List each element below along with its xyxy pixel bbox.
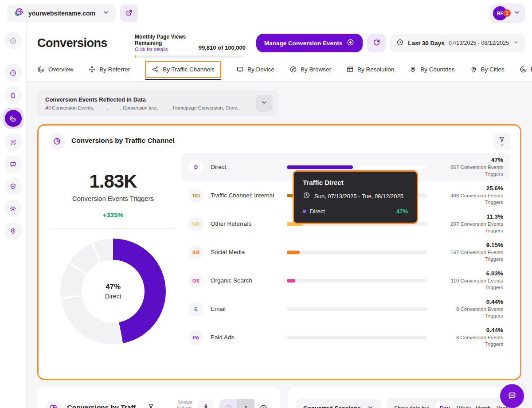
channel-badge: OR bbox=[188, 216, 203, 231]
channel-bar bbox=[287, 251, 427, 254]
period-day[interactable]: Day bbox=[435, 401, 454, 408]
prev-page-button[interactable] bbox=[219, 399, 237, 408]
period-month[interactable]: Month bbox=[473, 401, 493, 408]
channel-row-email[interactable]: EEmail0.44%8 Conversion Events Triggers bbox=[181, 295, 510, 323]
period-week[interactable]: Week bbox=[454, 401, 473, 408]
sidebar-item-settings[interactable] bbox=[4, 200, 22, 217]
chevron-down-icon bbox=[102, 9, 110, 18]
clock-icon bbox=[396, 39, 404, 48]
channel-label: Organic Search bbox=[211, 277, 285, 284]
notification-badge: 1 bbox=[503, 9, 511, 17]
overview-icon bbox=[37, 66, 45, 73]
manage-conversion-events-button[interactable]: Manage Conversion Events bbox=[256, 34, 363, 52]
chevron-down-icon bbox=[261, 99, 268, 107]
sidebar-item-feedback[interactable] bbox=[4, 155, 22, 173]
chat-icon bbox=[506, 390, 518, 403]
pie-chart-icon bbox=[48, 133, 65, 150]
account-menu[interactable]: RF 1 bbox=[489, 4, 525, 23]
table-icon bbox=[45, 400, 62, 408]
channel-count: 207 Conversion Events Triggers bbox=[437, 221, 503, 235]
channel-badge: PA bbox=[188, 330, 203, 345]
site-name: yourwebsitename.com bbox=[28, 10, 98, 17]
collapse-sidebar-icon bbox=[9, 37, 17, 45]
report-tabs: OverviewBy ReferrerBy Traffic ChannelsBy… bbox=[27, 58, 532, 82]
chart-title[interactable]: Conversions by Traffic Channel bbox=[71, 137, 175, 146]
conversions-by-traffic-channel-card: Conversions by Traffic Channel 1.83K Con… bbox=[37, 124, 521, 380]
conversions-table-card: Conversions by Traff... Shown Entries 1-… bbox=[37, 387, 280, 408]
date-range-picker[interactable]: Last 30 Days 07/13/2025 - 08/12/2025 bbox=[390, 34, 525, 52]
tooltip-title: Traffic Direct bbox=[303, 179, 408, 186]
page-title: Conversions bbox=[37, 36, 107, 50]
chart-filter-button[interactable] bbox=[493, 133, 510, 150]
channel-badge: SM bbox=[188, 245, 203, 260]
channel-bar bbox=[287, 279, 427, 282]
tab-by-utm-campaign[interactable]: By UTM Campaign bbox=[520, 62, 532, 77]
channel-bar bbox=[287, 307, 427, 311]
refresh-icon bbox=[372, 38, 381, 48]
channel-row-social-media[interactable]: SMSocial Media9.15%167 Conversion Events… bbox=[181, 238, 510, 267]
site-selector[interactable]: yourwebsitename.com bbox=[7, 4, 116, 22]
sidebar-item-sessions[interactable] bbox=[4, 133, 22, 151]
tooltip-series-label: Direct bbox=[310, 208, 325, 215]
chevron-down-icon bbox=[513, 9, 520, 18]
banner-title: Conversion Events Reflected in Data bbox=[45, 96, 241, 103]
tooltip-date-range: Sun, 07/13/2025 - Tue, 08/12/2025 bbox=[314, 193, 403, 200]
support-chat-button[interactable] bbox=[500, 384, 524, 408]
tab-by-cities[interactable]: By Cities bbox=[470, 62, 505, 77]
external-link-icon bbox=[125, 9, 133, 18]
channel-pct: 9.15% bbox=[437, 242, 503, 248]
tab-overview[interactable]: Overview bbox=[37, 62, 73, 77]
sidebar-item-security[interactable] bbox=[4, 177, 22, 195]
conversion-events-banner: Conversion Events Reflected in Data All … bbox=[37, 90, 279, 116]
channel-count: 8 Conversion Events Triggers bbox=[437, 306, 503, 320]
channel-count: 857 Conversion Events Triggers bbox=[437, 164, 503, 178]
security-icon bbox=[9, 183, 17, 190]
quota-progress-bar bbox=[135, 55, 243, 58]
channel-count: 167 Conversion Events Triggers bbox=[437, 249, 503, 263]
date-range-label: Last 30 Days bbox=[408, 40, 445, 47]
banner-subtitle: All Conversion Events, , , Conversion te… bbox=[45, 105, 241, 110]
channel-pct: 0.44% bbox=[437, 327, 503, 333]
ecommerce-icon bbox=[9, 91, 17, 99]
tab-by-resolution[interactable]: By Resolution bbox=[346, 62, 394, 77]
resolution-icon bbox=[346, 66, 354, 73]
sidebar-item-collapse-sidebar[interactable] bbox=[4, 32, 22, 50]
sidebar-item-conversions[interactable] bbox=[3, 108, 23, 129]
table-title[interactable]: Conversions by Traff... bbox=[67, 404, 141, 408]
quota-details-link[interactable]: Click for details bbox=[135, 47, 194, 52]
refresh-button[interactable] bbox=[367, 34, 386, 52]
quota-label: Monthly Page Views Remaining bbox=[135, 34, 194, 47]
analytics-icon bbox=[9, 69, 17, 77]
total-conversions: 1.83K bbox=[48, 171, 178, 192]
tab-by-device[interactable]: By Device bbox=[236, 62, 274, 77]
channel-row-paid-ads[interactable]: PAPaid Ads0.44%8 Conversion Events Trigg… bbox=[181, 323, 510, 352]
sidebar-item-location[interactable] bbox=[4, 222, 22, 239]
channel-label: Other Referrals bbox=[211, 220, 285, 227]
conversions-icon bbox=[5, 110, 22, 127]
current-page[interactable]: 1 bbox=[237, 399, 255, 408]
table-filter-button[interactable] bbox=[147, 403, 155, 408]
tab-by-traffic-channels[interactable]: By Traffic Channels bbox=[145, 61, 221, 78]
channel-row-organic-search[interactable]: OSOrganic Search6.03%110 Conversion Even… bbox=[181, 267, 510, 295]
tab-by-referrer[interactable]: By Referrer bbox=[88, 62, 130, 77]
location-icon bbox=[9, 227, 17, 235]
sidebar-item-ecommerce[interactable] bbox=[4, 86, 22, 104]
channel-bar bbox=[287, 165, 427, 169]
open-site-button[interactable] bbox=[120, 4, 138, 22]
device-icon bbox=[236, 66, 244, 73]
chart-tooltip: Traffic Direct Sun, 07/13/2025 - Tue, 08… bbox=[293, 170, 418, 224]
tab-by-browser[interactable]: By Browser bbox=[289, 62, 331, 77]
metric-selector[interactable]: Converted Sessions bbox=[296, 399, 381, 408]
page-size-selector[interactable]: 6 bbox=[198, 400, 215, 408]
sessions-icon bbox=[9, 138, 17, 146]
shown-entries: Shown Entries 1-6/7 bbox=[161, 400, 192, 408]
channel-badge: E bbox=[188, 302, 203, 317]
channel-label: Paid Ads bbox=[211, 334, 285, 341]
channel-label: Email bbox=[211, 306, 285, 312]
tab-by-countries[interactable]: By Countries bbox=[409, 62, 454, 77]
next-page-button[interactable] bbox=[254, 399, 272, 408]
banner-expand-button[interactable] bbox=[256, 95, 273, 112]
bottom-row: Conversions by Traff... Shown Entries 1-… bbox=[37, 387, 521, 408]
sidebar-item-analytics[interactable] bbox=[4, 64, 22, 82]
donut-chart[interactable]: 47% Direct bbox=[60, 239, 166, 344]
